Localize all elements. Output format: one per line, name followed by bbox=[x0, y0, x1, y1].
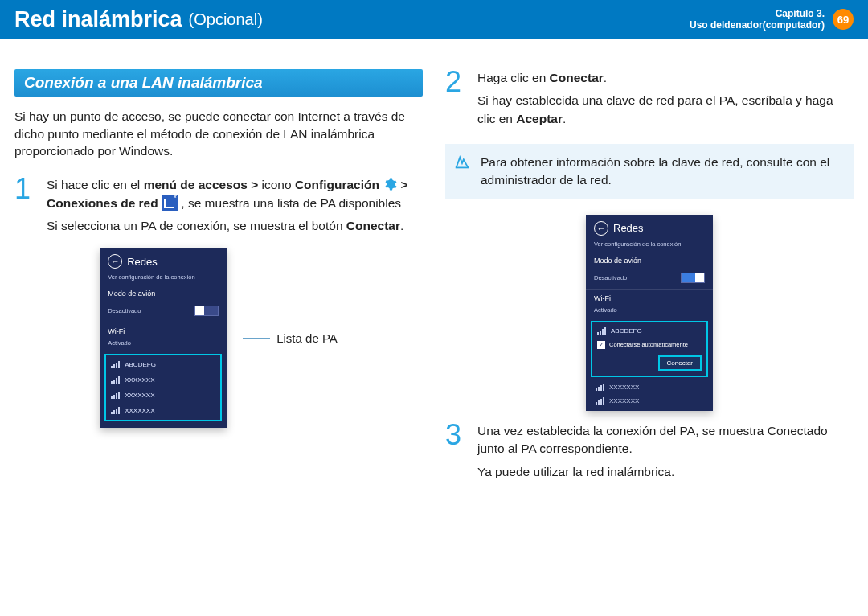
ap-item-3[interactable]: XXXXXXX bbox=[106, 388, 220, 403]
airplane-toggle-2[interactable] bbox=[681, 273, 705, 283]
back-icon[interactable]: ← bbox=[108, 254, 122, 269]
step1-dot: . bbox=[400, 219, 403, 232]
step1-text-g: , se muestra una lista de PA disponibles bbox=[178, 196, 401, 210]
panel-subtitle-2[interactable]: Ver configuración de la conexión bbox=[586, 239, 713, 253]
step-number-3: 3 bbox=[445, 422, 469, 486]
auto-connect-label: Conectarse automáticamente bbox=[609, 341, 688, 348]
chapter-line-1: Capítulo 3. bbox=[690, 8, 825, 19]
airplane-toggle-row: Desactivado bbox=[100, 302, 227, 320]
step1-text-a: Si hace clic en el bbox=[47, 178, 144, 191]
ap-item-2[interactable]: XXXXXXX bbox=[106, 372, 220, 388]
step2-line2-dot: . bbox=[563, 112, 566, 125]
panel-subtitle[interactable]: Ver configuración de la conexión bbox=[100, 272, 227, 285]
step-2: 2 Haga clic en Conectar. Si hay establec… bbox=[445, 69, 854, 133]
ap-name-3: XXXXXXX bbox=[125, 392, 154, 399]
step1-network-connections: Conexiones de red bbox=[47, 196, 158, 210]
selected-ap-block: ABCDEFG ✓ Conectarse automáticamente Con… bbox=[591, 321, 708, 377]
ap-item-1[interactable]: ABCDEFG bbox=[106, 357, 220, 372]
panel-title: Redes bbox=[127, 256, 158, 268]
selected-ap-name: ABCDEFG bbox=[611, 327, 642, 335]
panel-title-2: Redes bbox=[613, 222, 644, 234]
airplane-off-label-2: Desactivado bbox=[594, 274, 627, 281]
signal-icon bbox=[111, 407, 120, 414]
connect-button[interactable]: Conectar bbox=[658, 355, 702, 371]
ap-name-4: XXXXXXX bbox=[125, 407, 154, 414]
airplane-off-label: Desactivado bbox=[108, 307, 141, 314]
back-icon[interactable]: ← bbox=[594, 221, 608, 236]
step-3-body: Una vez establecida la conexión del PA, … bbox=[477, 422, 854, 486]
screenshot-2-wrap: ← Redes Ver configuración de la conexión… bbox=[445, 215, 854, 411]
wifi-on-label-2: Activado bbox=[594, 306, 617, 314]
content-area: Conexión a una LAN inalámbrica Si hay un… bbox=[0, 39, 868, 508]
left-column: Conexión a una LAN inalámbrica Si hay un… bbox=[14, 69, 423, 494]
step-3: 3 Una vez establecida la conexión del PA… bbox=[445, 422, 854, 486]
ap-list-callout: Lista de PA bbox=[276, 331, 338, 345]
panel-header: ← Redes bbox=[100, 248, 227, 272]
wifi-section-row: Wi-Fi bbox=[100, 322, 227, 339]
ap-item-4[interactable]: XXXXXXX bbox=[106, 403, 220, 418]
note-icon bbox=[453, 154, 471, 171]
step2-accept-word: Aceptar bbox=[516, 112, 563, 125]
ap-name-extra-2: XXXXXXX bbox=[609, 397, 639, 405]
screenshot-1-wrap: ← Redes Ver configuración de la conexión… bbox=[14, 248, 423, 428]
page-subtitle: (Opcional) bbox=[189, 10, 263, 29]
step-number-2: 2 bbox=[445, 69, 469, 133]
panel-header-2: ← Redes bbox=[586, 215, 713, 239]
signal-icon bbox=[597, 327, 606, 335]
airplane-toggle-row-2: Desactivado bbox=[586, 269, 713, 287]
section-heading: Conexión a una LAN inalámbrica bbox=[14, 69, 423, 97]
ap-name-1: ABCDEFG bbox=[125, 361, 156, 368]
wifi-label: Wi-Fi bbox=[108, 327, 125, 335]
ap-item-extra-2[interactable]: XXXXXXX bbox=[586, 394, 713, 408]
page-number-badge: 69 bbox=[833, 9, 854, 30]
chapter-label: Capítulo 3. Uso deldenador(computador) bbox=[690, 8, 825, 31]
step-1-body: Si hace clic en el menú de accesos > ico… bbox=[47, 176, 423, 240]
ap-name-2: XXXXXXX bbox=[125, 376, 154, 384]
page-header: Red inalámbrica (Opcional) Capítulo 3. U… bbox=[0, 0, 868, 39]
wifi-toggle-row: Activado bbox=[100, 339, 227, 351]
step-number-1: 1 bbox=[14, 176, 39, 240]
networks-panel-screenshot-1: ← Redes Ver configuración de la conexión… bbox=[100, 248, 227, 428]
wifi-section-row-2: Wi-Fi bbox=[586, 289, 713, 306]
wifi-on-label: Activado bbox=[108, 339, 131, 347]
airplane-mode-row: Modo de avión bbox=[100, 285, 227, 302]
step3-line2: Ya puede utilizar la red inalámbrica. bbox=[477, 463, 854, 481]
ap-item-extra-1[interactable]: XXXXXXX bbox=[586, 380, 713, 394]
callout-leader-line bbox=[243, 338, 270, 339]
step2-text-a: Haga clic en bbox=[477, 71, 550, 84]
airplane-mode-label-2: Modo de avión bbox=[594, 257, 641, 265]
signal-icon bbox=[596, 397, 604, 405]
step1-connect-word: Conectar bbox=[346, 219, 400, 232]
signal-icon bbox=[596, 384, 604, 391]
selected-ap-item[interactable]: ABCDEFG bbox=[597, 326, 702, 336]
header-right: Capítulo 3. Uso deldenador(computador) 6… bbox=[690, 8, 854, 31]
chapter-line-2: Uso deldenador(computador) bbox=[690, 19, 825, 31]
checkbox-icon[interactable]: ✓ bbox=[597, 341, 605, 349]
step1-settings-label: Configuración bbox=[295, 178, 379, 191]
airplane-toggle[interactable] bbox=[194, 306, 219, 316]
wifi-label-2: Wi-Fi bbox=[594, 294, 611, 302]
intro-paragraph: Si hay un punto de acceso, se puede cone… bbox=[14, 108, 423, 160]
note-text: Para obtener información sobre la clave … bbox=[481, 155, 829, 187]
step1-line2: Si selecciona un PA de conexión, se mues… bbox=[47, 219, 346, 232]
wifi-tile-icon bbox=[162, 195, 178, 211]
step2-dot: . bbox=[604, 71, 607, 84]
signal-icon bbox=[111, 361, 120, 368]
ap-name-extra-1: XXXXXXX bbox=[609, 384, 639, 391]
step-2-body: Haga clic en Conectar. Si hay establecid… bbox=[477, 69, 854, 133]
signal-icon bbox=[111, 392, 120, 399]
right-column: 2 Haga clic en Conectar. Si hay establec… bbox=[445, 69, 854, 494]
note-box: Para obtener información sobre la clave … bbox=[445, 144, 854, 198]
step1-charms-menu: menú de accesos > bbox=[144, 178, 262, 191]
signal-icon bbox=[111, 376, 120, 384]
step1-text-c: icono bbox=[262, 178, 295, 191]
step3-line1: Una vez establecida la conexión del PA, … bbox=[477, 422, 854, 458]
auto-connect-row[interactable]: ✓ Conectarse automáticamente bbox=[597, 341, 702, 349]
step-1: 1 Si hace clic en el menú de accesos > i… bbox=[14, 176, 423, 240]
ap-list-highlight: ABCDEFG XXXXXXX XXXXXXX XXXXXXX bbox=[104, 354, 222, 421]
step1-arrow: > bbox=[397, 178, 407, 191]
airplane-mode-label: Modo de avión bbox=[108, 290, 155, 298]
airplane-mode-row-2: Modo de avión bbox=[586, 253, 713, 269]
step2-connect-word: Conectar bbox=[550, 71, 604, 84]
gear-icon bbox=[383, 177, 397, 191]
